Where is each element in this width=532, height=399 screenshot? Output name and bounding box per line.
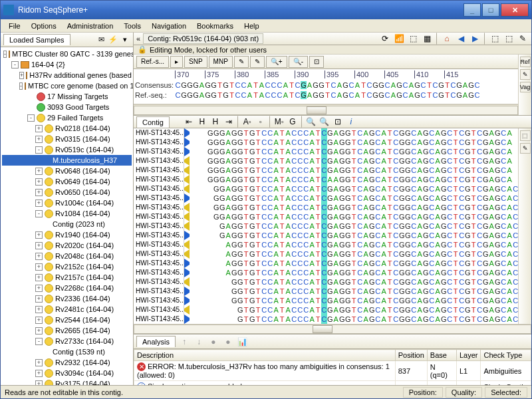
lightning-icon[interactable]: ⚡ xyxy=(108,35,118,45)
tb-btn[interactable]: ✎ xyxy=(250,56,265,68)
tree-node[interactable]: -29 Failed Targets xyxy=(2,112,132,123)
reads-scroll[interactable] xyxy=(134,324,531,334)
tree-node[interactable]: +Rv2481c (164-04) xyxy=(2,304,132,315)
tree-node[interactable]: Contig (1539 nt) xyxy=(2,346,132,357)
expand-icon[interactable]: « xyxy=(136,35,140,43)
down-icon[interactable]: ↓ xyxy=(193,336,205,348)
tb-icon[interactable]: ⬚ xyxy=(503,33,515,45)
menu-tools[interactable]: Tools xyxy=(118,21,146,31)
filter-icon[interactable]: ▾ xyxy=(120,35,130,45)
ref-seq-button[interactable]: Ref.-s... xyxy=(136,56,169,68)
tb-icon[interactable]: ● xyxy=(207,336,219,348)
tree-node[interactable]: Contig (2023 nt) xyxy=(2,219,132,229)
col-header[interactable]: Description xyxy=(134,350,396,361)
menu-navigation[interactable]: Navigation xyxy=(146,21,192,31)
tree-node[interactable]: -Rv1084 (164-04) xyxy=(2,208,132,219)
sample-tree[interactable]: -MTBC Cluster 80 GATC - 3139 genes {1}-1… xyxy=(1,47,133,385)
tb-icon[interactable]: A◦ xyxy=(241,116,253,128)
menu-file[interactable]: File xyxy=(3,21,26,31)
menu-administration[interactable]: Administration xyxy=(62,21,119,31)
tree-node[interactable]: 3093 Good Targets xyxy=(2,102,132,112)
chart-icon[interactable]: 📊 xyxy=(237,336,249,348)
tb-icon[interactable]: H xyxy=(196,116,208,128)
tree-node[interactable]: 17 Missing Targets xyxy=(2,91,132,102)
col-header[interactable]: Base xyxy=(427,350,456,361)
zoom-icon[interactable]: 🔍 xyxy=(305,116,317,128)
tb-icon[interactable]: M◦ xyxy=(273,116,285,128)
side-btn[interactable]: ✎ xyxy=(520,69,531,80)
zoom-in-icon[interactable]: 🔍+ xyxy=(266,56,287,68)
col-header[interactable]: Layer xyxy=(456,350,481,361)
tb-btn[interactable]: ▸ xyxy=(170,56,183,68)
zoom-icon[interactable]: ⊡ xyxy=(332,116,344,128)
menu-help[interactable]: Help xyxy=(239,21,265,31)
tb-icon[interactable]: ◦ xyxy=(255,116,267,128)
tree-node[interactable]: +Rv0315 (164-04) xyxy=(2,134,132,144)
tree-node[interactable]: +Rv2336 (164-04) xyxy=(2,293,132,304)
mail-icon[interactable]: ✉ xyxy=(96,35,106,45)
tree-node[interactable]: +Rv2665 (164-04) xyxy=(2,325,132,336)
tb-icon[interactable]: ⬚ xyxy=(407,33,419,45)
menu-bookmarks[interactable]: Bookmarks xyxy=(192,21,239,31)
close-button[interactable]: ✕ xyxy=(501,3,529,17)
tree-node[interactable]: -MTBC Cluster 80 GATC - 3139 genes {1} xyxy=(2,49,132,59)
tb-btn[interactable]: SNP xyxy=(184,56,207,68)
tb-btn[interactable]: ✎ xyxy=(234,56,249,68)
maximize-button[interactable]: □ xyxy=(482,3,499,17)
tree-node[interactable]: +Rv1940 (164-04) xyxy=(2,229,132,240)
tree-node[interactable]: +Rv0218 (164-04) xyxy=(2,123,132,134)
side-btn[interactable]: Vag xyxy=(520,82,531,92)
tree-node[interactable]: +Rv0648 (164-04) xyxy=(2,166,132,176)
forward-icon[interactable]: ▶ xyxy=(469,33,481,45)
tree-node[interactable]: +Rv2020c (164-04) xyxy=(2,240,132,251)
tree-node[interactable]: -Rv0519c (164-04) xyxy=(2,144,132,155)
tree-node[interactable]: +Rv2544 (164-04) xyxy=(2,315,132,325)
side-btn[interactable]: ✎ xyxy=(520,143,531,154)
tb-icon[interactable]: ▦ xyxy=(421,33,433,45)
analysis-table[interactable]: DescriptionPositionBaseLayerCheck Type✕E… xyxy=(134,349,531,385)
read-sequences[interactable]: GGGAGGTGTCCATACCCATCGAGGTCAGCATCGGCAGCAG… xyxy=(190,128,518,324)
tree-node[interactable]: -164-04 {2} xyxy=(2,59,132,70)
back-icon[interactable]: ◀ xyxy=(455,33,467,45)
zoom-out-icon[interactable]: 🔍- xyxy=(289,56,308,68)
tree-node[interactable]: +Rv0649 (164-04) xyxy=(2,176,132,187)
menu-options[interactable]: Options xyxy=(26,21,62,31)
tree-node[interactable]: -Rv2733c (164-04) xyxy=(2,336,132,346)
tree-node[interactable]: +Rv2268c (164-04) xyxy=(2,283,132,293)
tb-btn[interactable]: MNP xyxy=(209,56,233,68)
ruler-scroll[interactable] xyxy=(134,104,518,115)
tree-node[interactable]: -MTBC core genome (based on 12 ge xyxy=(2,80,132,91)
tree-node[interactable]: +Rv2048c (164-04) xyxy=(2,251,132,261)
tb-icon[interactable]: G xyxy=(287,116,299,128)
analysis-tab[interactable]: Analysis xyxy=(136,336,176,347)
tb-icon[interactable]: ⇥ xyxy=(223,116,235,128)
tree-node[interactable]: +Rv3175 (164-04) xyxy=(2,378,132,385)
tree-node[interactable]: +Rv2932 (164-04) xyxy=(2,357,132,368)
tree-node[interactable]: +H37Rv additional genes (based on xyxy=(2,70,132,80)
zoom-icon[interactable]: 🔍 xyxy=(319,116,331,128)
tree-node[interactable]: +Rv2152c (164-04) xyxy=(2,261,132,272)
tb-icon[interactable]: 📶 xyxy=(393,33,405,45)
minimize-button[interactable]: _ xyxy=(464,3,481,17)
info-icon[interactable]: i xyxy=(345,116,357,128)
tree-node[interactable]: +Rv2157c (164-04) xyxy=(2,272,132,283)
up-icon[interactable]: ↑ xyxy=(178,336,190,348)
tb-icon[interactable]: H xyxy=(209,116,221,128)
tree-node[interactable]: +Rv3094c (164-04) xyxy=(2,368,132,378)
home-icon[interactable]: ⌂ xyxy=(441,33,453,45)
tree-node[interactable]: +Rv0650 (164-04) xyxy=(2,187,132,198)
side-btn[interactable]: Ref xyxy=(520,57,531,67)
tb-icon[interactable]: ● xyxy=(222,336,234,348)
zoom-fit-icon[interactable]: ⊡ xyxy=(309,56,324,68)
tree-node[interactable]: +Rv1004c (164-04) xyxy=(2,198,132,208)
contig-tab[interactable]: Contig xyxy=(136,116,170,128)
tb-icon[interactable]: ⟳ xyxy=(379,33,391,45)
tb-icon[interactable]: ✎ xyxy=(517,33,529,45)
tree-node[interactable]: M.tuberculosis_H37 xyxy=(2,155,132,166)
col-header[interactable]: Check Type xyxy=(481,350,531,361)
tb-icon[interactable]: ⇤ xyxy=(183,116,195,128)
side-btn[interactable]: ⬚ xyxy=(520,130,531,141)
analysis-row[interactable]: ✕ERROR: M.tuberculosis_H37Rv has too man… xyxy=(134,361,531,381)
loaded-samples-tab[interactable]: Loaded Samples xyxy=(3,34,70,45)
tb-icon[interactable]: ⬚ xyxy=(489,33,501,45)
